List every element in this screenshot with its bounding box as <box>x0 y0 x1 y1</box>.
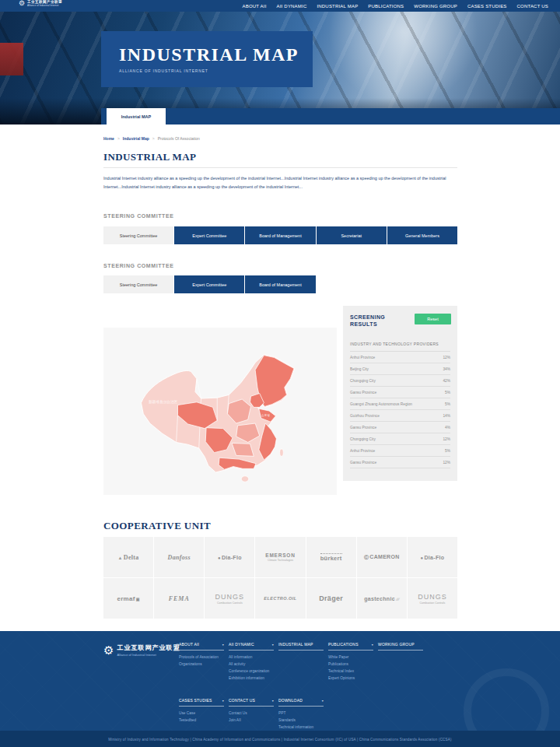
nav-item-working-group[interactable]: WORKING GROUP <box>414 4 457 9</box>
province-name: Beijing City <box>350 367 369 371</box>
screening-row[interactable]: Guizhou Province 14% <box>350 410 450 422</box>
brand-name-en: Alliance of Industrial Internet <box>27 4 62 7</box>
province-value: 5% <box>445 449 450 453</box>
footer-link[interactable]: Join AII <box>229 718 274 722</box>
hero-tab-industrial-map[interactable]: Industrial MAP <box>107 108 166 124</box>
hero-title: INDUSTRIAL MAP <box>119 44 313 65</box>
footer-link[interactable]: Technical Index <box>328 669 373 673</box>
breadcrumb-separator: > <box>152 136 155 141</box>
footer-link[interactable]: Publications <box>328 662 373 666</box>
partner-logo-cameron[interactable]: CAMERON <box>357 537 407 577</box>
page-description: Industrial Internet industry alliance as… <box>103 174 457 191</box>
map-region-hainan[interactable] <box>241 475 248 482</box>
committee-a-tabs: Steering Committee Expert Committee Boar… <box>103 226 457 244</box>
tab-general-members[interactable]: General Members <box>387 226 457 244</box>
page-title: INDUSTRIAL MAP <box>103 151 457 163</box>
china-map[interactable]: 新疆维吾尔自治区 山东省 <box>103 328 337 495</box>
screening-row[interactable]: Gansu Province 12% <box>350 457 450 468</box>
tab-secretariat[interactable]: Secretariat <box>317 226 387 244</box>
province-value: 12% <box>443 461 450 465</box>
nav-item-cases-studies[interactable]: CASES STUDIES <box>467 4 507 9</box>
screening-row[interactable]: Anhui Province 5% <box>350 445 450 457</box>
partner-logo-dia-flo[interactable]: Dia-Flo <box>205 537 254 577</box>
breadcrumb-industrial-map[interactable]: Industrial Map <box>123 136 149 141</box>
footer-link[interactable]: Protocols of Association <box>179 655 224 659</box>
partner-logo-electro-oil[interactable]: ELECTRO.OIL <box>255 578 305 619</box>
screening-subtitle: INDUSTRY AND TECHNOLOGY PROVIDERS <box>350 342 450 352</box>
footer-col-industrial-map: INDUSTRIAL MAP <box>278 642 324 651</box>
gear-logo-icon: ⚙ <box>19 0 25 7</box>
footer-link[interactable]: Technical information <box>278 725 324 729</box>
brand-logo[interactable]: ⚙ 工业互联网产业联盟 Alliance of Industrial Inter… <box>19 0 62 7</box>
footer-link[interactable]: Contact Us <box>229 711 274 715</box>
footer-link[interactable]: White Paper <box>328 655 373 659</box>
partner-logo-emerson[interactable]: EMERSONClimate Technologies <box>255 537 305 577</box>
partner-logo-ermaf[interactable]: ermaf <box>103 578 153 619</box>
partner-logo-dungs[interactable]: DUNGSCombustion Controls <box>205 578 254 619</box>
province-name: Gansu Province <box>350 426 376 430</box>
footer-link[interactable]: PPT <box>278 711 324 715</box>
screening-results-panel: SCREENING RESULTS Reset INDUSTRY AND TEC… <box>343 306 457 481</box>
partner-logo-drager[interactable]: Dräger <box>306 578 356 619</box>
breadcrumb: Home > Industrial Map > Protocols Of Ass… <box>103 136 457 141</box>
footer-link[interactable]: Standards <box>278 718 324 722</box>
footer-col-publications: PUBLICATIONS▾ White Paper Publications T… <box>328 642 373 680</box>
screening-row[interactable]: Chongqing City 12% <box>350 433 450 445</box>
breadcrumb-separator: > <box>117 136 120 141</box>
screening-row[interactable]: Gansu Province 4% <box>350 422 450 433</box>
committee-a-heading: STEERING COMMITTEE <box>103 213 457 219</box>
map-region-taiwan[interactable] <box>280 448 284 455</box>
footer-link[interactable]: All activity <box>229 662 274 666</box>
top-nav-menu: ABOUT AII AII DYNAMIC INDUSTRIAL MAP PUB… <box>243 0 549 12</box>
footer-link[interactable]: Organizations <box>179 662 224 666</box>
nav-item-aii-dynamic[interactable]: AII DYNAMIC <box>277 4 307 9</box>
province-name: Chongqing City <box>350 437 376 441</box>
hero-subtitle: ALLIANCE OF INDUSTRIAL INTERNET <box>119 68 313 73</box>
partner-logo-dungs[interactable]: DUNGSCombustion Controls <box>408 578 457 619</box>
tab-board-of-management[interactable]: Board of Management <box>245 275 315 293</box>
screening-title: SCREENING RESULTS <box>350 314 404 328</box>
chevron-down-icon: ▾ <box>222 643 224 647</box>
screening-row[interactable]: Chongqing City 42% <box>350 375 450 387</box>
chevron-down-icon: ▾ <box>322 699 324 703</box>
footer-link[interactable]: All information <box>229 655 274 659</box>
footer-brand-logo[interactable]: ⚙ 工业互联网产业联盟 Alliance of Industrial Inter… <box>103 644 180 657</box>
footer: ⚙ 工业互联网产业联盟 Alliance of Industrial Inter… <box>0 631 560 731</box>
footer-link[interactable]: Use Case <box>179 711 224 715</box>
partner-logo-fema[interactable]: FEMA <box>154 578 204 619</box>
screening-row[interactable]: Gansu Province 5% <box>350 387 450 398</box>
tab-steering-committee[interactable]: Steering Committee <box>103 226 173 244</box>
footer-link[interactable]: Testedbed <box>179 718 224 722</box>
reset-button[interactable]: Reset <box>415 314 451 324</box>
tab-expert-committee[interactable]: Expert Committee <box>174 275 244 293</box>
screening-row[interactable]: Guangxi Zhuang Autonomous Region 5% <box>350 398 450 410</box>
top-navbar: ⚙ 工业互联网产业联盟 Alliance of Industrial Inter… <box>0 0 560 12</box>
footer-link[interactable]: Conference organization <box>229 669 274 673</box>
map-section: 新疆维吾尔自治区 山东省 SCREENING RESULTS Reset IND… <box>103 306 457 495</box>
screening-row[interactable]: Beijing City 34% <box>350 363 450 375</box>
tab-steering-committee[interactable]: Steering Committee <box>103 275 173 293</box>
partner-logo-gastechnic[interactable]: gastechnic <box>357 578 407 619</box>
screening-row[interactable]: Anhui Province 12% <box>350 352 450 363</box>
breadcrumb-home[interactable]: Home <box>103 136 114 141</box>
partner-logo-delta[interactable]: Delta <box>103 537 153 577</box>
province-name: Gansu Province <box>350 391 376 395</box>
partner-logo-danfoss[interactable]: Danfoss <box>154 537 204 577</box>
province-name: Anhui Province <box>350 356 375 359</box>
footer-link[interactable]: Exhibition information <box>229 676 274 680</box>
nav-item-about-aii[interactable]: ABOUT AII <box>243 4 267 9</box>
footer-link[interactable]: Expert Opinions <box>328 676 373 680</box>
nav-item-contact-us[interactable]: CONTACT US <box>517 4 548 9</box>
chevron-down-icon: ▾ <box>272 699 274 703</box>
breadcrumb-current: Protocols Of Association <box>158 136 200 141</box>
partner-logo-burkert[interactable]: bürkert <box>306 537 356 577</box>
tab-expert-committee[interactable]: Expert Committee <box>174 226 244 244</box>
cooperative-unit-heading: COOPERATIVE UNIT <box>103 520 457 532</box>
nav-item-publications[interactable]: PUBLICATIONS <box>368 4 404 9</box>
nav-item-industrial-map[interactable]: INDUSTRIAL MAP <box>317 4 358 9</box>
province-value: 12% <box>443 356 450 359</box>
title-divider <box>103 167 457 168</box>
hero-photo-red-accent <box>0 43 23 75</box>
tab-board-of-management[interactable]: Board of Management <box>245 226 315 244</box>
partner-logo-dia-flo[interactable]: Dia-Flo <box>408 537 457 577</box>
